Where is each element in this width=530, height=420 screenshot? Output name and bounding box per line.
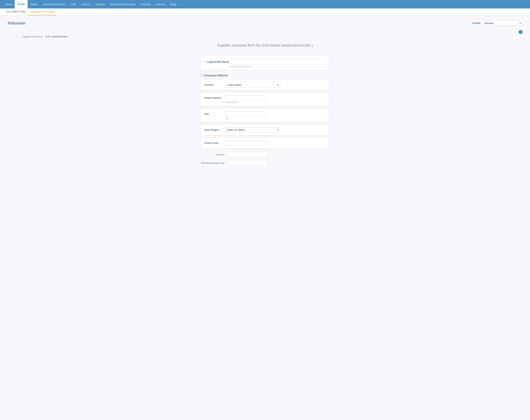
state-region-select[interactable]: Select an Option AlabamaAlaskaArizona Ar… — [225, 127, 280, 133]
subnav-public-profile[interactable]: Your Public Profile — [4, 8, 28, 15]
po-box-row: PO Box — [201, 151, 329, 159]
state-region-card: State Region Select an Option AlabamaAla… — [201, 125, 329, 135]
nav-home[interactable]: Home — [3, 0, 15, 8]
nav-catalogs[interactable]: Catalogs — [93, 0, 108, 8]
postal-code-card: Postal Code — [201, 138, 329, 148]
postal-code-row: Postal Code — [204, 140, 326, 146]
profile-select-row: Profile Atlassian — [472, 21, 523, 26]
state-region-select-wrapper: Select an Option AlabamaAlaskaArizona Ar… — [225, 127, 280, 133]
po-box-input[interactable] — [227, 152, 267, 157]
nav-orders[interactable]: Orders — [28, 0, 40, 8]
form-title: Supplier response form for USA based ven… — [7, 40, 523, 50]
supplier-info-label: Supplier Information — [22, 35, 43, 38]
company-address-section: * Company Address Country United States … — [201, 74, 329, 167]
legal-entity-required-star: * — [205, 60, 205, 63]
legal-entity-card: * Legal Entity Name Vendor Company Name — [201, 55, 329, 70]
state-region-row: State Region Select an Option AlabamaAla… — [204, 127, 326, 133]
postal-code-input[interactable] — [225, 140, 265, 146]
state-region-label: State Region — [204, 128, 222, 131]
city-card: City City — [201, 109, 329, 122]
top-navigation: Home Profile Orders Service/Time Sheets … — [0, 0, 530, 8]
legal-entity-input[interactable] — [232, 59, 325, 65]
country-card: Country United States Canada Mexico Unit… — [201, 79, 329, 90]
legal-entity-hint: Vendor Company Name — [205, 66, 325, 68]
nav-add-ons[interactable]: Add-ons — [153, 0, 167, 8]
street-address-card: Street Address Street Address — [201, 93, 329, 106]
postal-code-label: Postal Code — [204, 141, 222, 144]
nav-service-time-sheets[interactable]: Service/Time Sheets — [40, 0, 68, 8]
country-row: Country United States Canada Mexico Unit… — [204, 82, 326, 87]
po-box-label: PO Box — [201, 153, 224, 156]
legal-entity-label: * Legal Entity Name — [205, 60, 229, 63]
page-content: Atlassian Profile Atlassian i Supplier I… — [0, 15, 530, 174]
sub-navigation: Your Public Profile Your Customer Profil… — [0, 8, 530, 15]
nav-setup[interactable]: Setup — [167, 0, 179, 8]
city-row: City — [204, 111, 326, 117]
po-box-postal-code-label: PO Box Postal Code — [201, 162, 224, 164]
profile-select[interactable]: Atlassian — [482, 21, 523, 26]
supplier-info-banner: Supplier Information TEST VENDOR ONLY — [7, 35, 523, 38]
legal-entity-row: * Legal Entity Name — [205, 59, 325, 65]
profile-select-wrapper: Atlassian — [482, 21, 523, 26]
street-address-input[interactable] — [225, 95, 265, 101]
country-label: Country — [204, 84, 222, 86]
company-header: Atlassian Profile Atlassian — [7, 21, 523, 26]
info-row: i — [7, 30, 523, 34]
city-hint: City — [204, 117, 326, 120]
company-address-title: Company Address — [203, 74, 228, 77]
supplier-info-value: TEST VENDOR ONLY — [45, 35, 68, 38]
street-address-label: Street Address — [204, 97, 222, 99]
po-box-postal-code-row: PO Box Postal Code — [201, 159, 329, 167]
nav-invoices[interactable]: Invoices — [79, 0, 93, 8]
street-address-hint: Street Address — [204, 101, 326, 104]
company-name: Atlassian — [7, 21, 25, 26]
company-address-required-star: * — [201, 74, 202, 77]
profile-select-label: Profile — [472, 22, 480, 25]
company-address-title-row: * Company Address — [201, 74, 329, 77]
form-section: * Legal Entity Name Vendor Company Name … — [201, 55, 329, 167]
info-icon[interactable]: i — [519, 30, 523, 34]
nav-business-performance[interactable]: Business Performance — [108, 0, 138, 8]
po-box-postal-code-input[interactable] — [227, 160, 267, 166]
nav-sourcing[interactable]: Sourcing — [138, 0, 153, 8]
country-select-wrapper: United States Canada Mexico United Kingd… — [225, 82, 280, 87]
country-select[interactable]: United States Canada Mexico United Kingd… — [225, 82, 280, 87]
city-input[interactable] — [225, 111, 265, 117]
nav-profile[interactable]: Profile — [15, 0, 28, 8]
subnav-customer-profiles[interactable]: Your Customer Profiles — [28, 8, 57, 15]
street-address-row: Street Address — [204, 95, 326, 101]
nav-asn[interactable]: ASN — [68, 0, 79, 8]
city-label: City — [204, 112, 222, 115]
